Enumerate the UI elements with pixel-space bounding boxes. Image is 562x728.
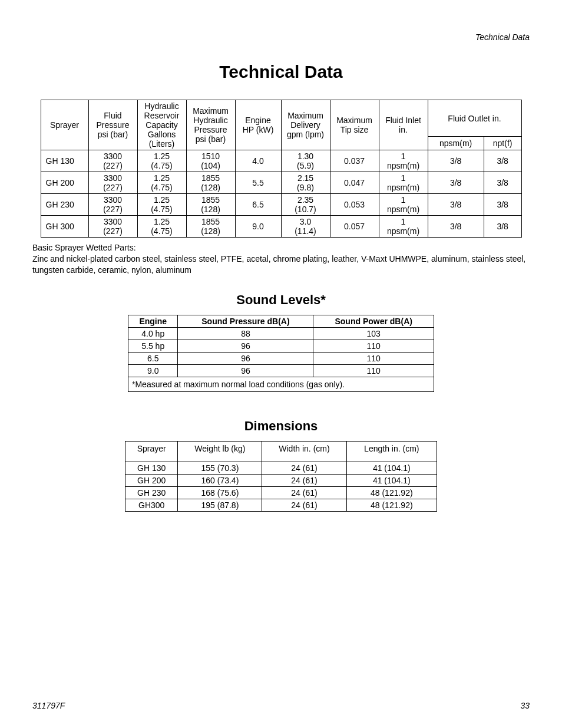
cell: 9.0 — [128, 364, 178, 377]
cell: 1.30(5.9) — [281, 150, 330, 172]
cell: 3/8 — [428, 150, 484, 172]
cell: 3300(227) — [88, 150, 137, 172]
cell: 4.0 hp — [128, 327, 178, 340]
cell: 1855(128) — [186, 194, 235, 216]
table-row: 9.0 96 110 — [128, 364, 434, 377]
cell: 1npsm(m) — [379, 194, 428, 216]
sound-levels-title: Sound Levels* — [32, 292, 530, 308]
cell: 3/8 — [484, 216, 521, 238]
page-footer: 311797F 33 — [32, 701, 530, 710]
doc-number: 311797F — [32, 701, 65, 710]
cell: 41 (104.1) — [346, 474, 437, 486]
cell: 24 (61) — [262, 499, 346, 511]
cell-model: GH 200 — [41, 172, 88, 194]
cell: 5.5 — [235, 172, 281, 194]
cell: GH 230 — [125, 486, 178, 499]
cell: 6.5 — [235, 194, 281, 216]
th-sprayer: Sprayer — [41, 100, 88, 150]
cell: 3/8 — [484, 150, 521, 172]
cell: GH 130 — [125, 462, 178, 474]
cell: 1.25(4.75) — [137, 172, 186, 194]
th-outlet-npt: npt(f) — [484, 137, 521, 150]
cell: 4.0 — [235, 150, 281, 172]
table-row: 4.0 hp 88 103 — [128, 327, 434, 340]
cell-model: GH 300 — [41, 216, 88, 238]
cell-model: GH 130 — [41, 150, 88, 172]
cell: 5.5 hp — [128, 340, 178, 352]
cell: 48 (121.92) — [346, 486, 437, 499]
cell: 88 — [178, 327, 313, 340]
technical-data-table: Sprayer Fluid Pressure psi (bar) Hydraul… — [41, 100, 522, 238]
cell: 1npsm(m) — [379, 216, 428, 238]
table-row: GH 200 3300(227) 1.25(4.75) 1855(128) 5.… — [41, 172, 521, 194]
cell: 3300(227) — [88, 172, 137, 194]
sound-levels-table: Engine Sound Pressure dB(A) Sound Power … — [128, 315, 434, 392]
th-max-delivery: Maximum Delivery gpm (lpm) — [281, 100, 330, 150]
cell: 96 — [178, 352, 313, 364]
page-number: 33 — [520, 701, 530, 710]
th-fluid-pressure: Fluid Pressure psi (bar) — [88, 100, 137, 150]
cell: GH 200 — [125, 474, 178, 486]
th-sprayer: Sprayer — [125, 441, 178, 462]
cell: 3/8 — [484, 172, 521, 194]
cell: GH300 — [125, 499, 178, 511]
cell: 3300(227) — [88, 216, 137, 238]
cell: 3300(227) — [88, 194, 137, 216]
cell: 1.25(4.75) — [137, 194, 186, 216]
cell: 24 (61) — [262, 486, 346, 499]
running-head: Technical Data — [475, 32, 530, 42]
cell: 103 — [313, 327, 434, 340]
cell: 41 (104.1) — [346, 462, 437, 474]
cell: 2.35(10.7) — [281, 194, 330, 216]
cell: 96 — [178, 364, 313, 377]
cell: 110 — [313, 352, 434, 364]
cell: 3.0(11.4) — [281, 216, 330, 238]
th-weight: Weight lb (kg) — [178, 441, 262, 462]
cell: 24 (61) — [262, 462, 346, 474]
table-row: GH 130 3300(227) 1.25(4.75) 1510(104) 4.… — [41, 150, 521, 172]
cell: 110 — [313, 364, 434, 377]
wetted-parts: Basic Sprayer Wetted Parts: Zinc and nic… — [32, 242, 530, 276]
th-engine: Engine — [128, 315, 178, 327]
cell: 195 (87.8) — [178, 499, 262, 511]
cell: 3/8 — [428, 194, 484, 216]
cell: 1.25(4.75) — [137, 150, 186, 172]
th-max-hydraulic: Maximum Hydraulic Pressure psi (bar) — [186, 100, 235, 150]
cell: 3/8 — [484, 194, 521, 216]
cell: 3/8 — [428, 172, 484, 194]
th-engine: Engine HP (kW) — [235, 100, 281, 150]
cell: 0.047 — [330, 172, 379, 194]
cell: 0.053 — [330, 194, 379, 216]
cell: 160 (73.4) — [178, 474, 262, 486]
th-sound-power: Sound Power dB(A) — [313, 315, 434, 327]
cell: 6.5 — [128, 352, 178, 364]
cell: 1npsm(m) — [379, 172, 428, 194]
table-row: 6.5 96 110 — [128, 352, 434, 364]
cell: 24 (61) — [262, 474, 346, 486]
table-row: GH 130 155 (70.3) 24 (61) 41 (104.1) — [125, 462, 437, 474]
th-reservoir: Hydraulic Reservoir Capacity Gallons (Li… — [137, 100, 186, 150]
cell-model: GH 230 — [41, 194, 88, 216]
table-row: GH 230 3300(227) 1.25(4.75) 1855(128) 6.… — [41, 194, 521, 216]
cell: 1npsm(m) — [379, 150, 428, 172]
th-outlet-npsm: npsm(m) — [428, 137, 484, 150]
cell: 1855(128) — [186, 172, 235, 194]
page-title: Technical Data — [32, 62, 530, 82]
cell: 3/8 — [428, 216, 484, 238]
table-row: GH 200 160 (73.4) 24 (61) 41 (104.1) — [125, 474, 437, 486]
table-row: GH300 195 (87.8) 24 (61) 48 (121.92) — [125, 499, 437, 511]
dimensions-title: Dimensions — [32, 419, 530, 434]
cell: 0.057 — [330, 216, 379, 238]
cell: 9.0 — [235, 216, 281, 238]
wetted-body: Zinc and nickel-plated carbon steel, sta… — [32, 254, 525, 275]
cell: 48 (121.92) — [346, 499, 437, 511]
cell: 168 (75.6) — [178, 486, 262, 499]
cell: 155 (70.3) — [178, 462, 262, 474]
cell: 2.15(9.8) — [281, 172, 330, 194]
sound-note: *Measured at maximum normal load conditi… — [128, 377, 434, 391]
th-sound-pressure: Sound Pressure dB(A) — [178, 315, 313, 327]
th-outlet: Fluid Outlet in. — [428, 100, 521, 137]
cell: 0.037 — [330, 150, 379, 172]
cell: 1510(104) — [186, 150, 235, 172]
cell: 1855(128) — [186, 216, 235, 238]
